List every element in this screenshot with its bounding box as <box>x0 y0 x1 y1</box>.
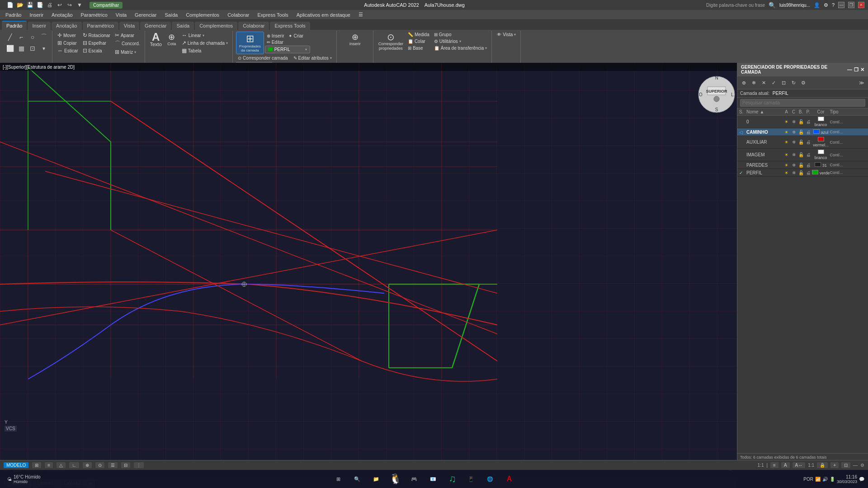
tool-grupo[interactable]: ⊞ Grupo <box>432 32 489 38</box>
status-gear-icon[interactable]: ⚙ <box>860 463 864 468</box>
layer-locked-paredes[interactable]: 🔓 <box>797 163 805 168</box>
layer-plot-auxiliar[interactable]: 🖨 <box>805 140 812 145</box>
layer-color-perfil[interactable]: verde <box>812 170 830 175</box>
restore-panel-btn[interactable]: ❐ <box>854 67 859 73</box>
tool-utilitarios[interactable]: ⚙ Utilitários ▾ <box>432 38 489 44</box>
saveas-btn[interactable]: 📑 <box>35 0 44 9</box>
tool-propriedades-camada[interactable]: ⊞ Propriedadesda camada <box>236 32 264 54</box>
menu-parametrico[interactable]: Paramétrico <box>77 11 111 19</box>
layer-row-caminho[interactable]: ◁ CAMINHO ☀ ❄ 🔓 🖨 azul Contí... <box>737 128 868 136</box>
layer-row-perfil[interactable]: ✓ PERFIL ☀ ❄ 🔓 🖨 verde Contí... <box>737 169 868 177</box>
share-button[interactable]: Compartilhar <box>90 2 123 9</box>
taskbar-search[interactable]: 🔍 <box>349 470 366 488</box>
menu-gerenciar[interactable]: Gerenciar <box>131 11 160 19</box>
help-icon[interactable]: ? <box>832 2 835 8</box>
close-btn[interactable]: ✕ <box>858 2 864 8</box>
menu-saida[interactable]: Saída <box>161 11 181 19</box>
tool-hatch[interactable]: ▦ <box>16 43 27 54</box>
tool-corresponder-prop[interactable]: ⊙ Corresponderpropriedades <box>377 32 405 52</box>
open-btn[interactable]: 📂 <box>15 0 24 9</box>
layer-plot-perfil[interactable]: 🖨 <box>805 170 812 175</box>
qat-more[interactable]: ▼ <box>75 0 84 9</box>
minimize-btn[interactable]: — <box>838 2 844 8</box>
settings-layers-btn[interactable]: ⚙ <box>799 78 808 87</box>
layer-locked-0[interactable]: 🔓 <box>797 119 805 124</box>
layer-frozen-imagem[interactable]: ❄ <box>790 152 797 157</box>
status-lock[interactable]: 🔒 <box>817 462 828 468</box>
layer-on-auxiliar[interactable]: ☀ <box>783 140 790 145</box>
menu-padrao[interactable]: Padrão <box>2 11 25 19</box>
status-3d[interactable]: ⊙ <box>95 462 104 468</box>
tab-saida[interactable]: Saída <box>172 22 194 30</box>
status-modelo[interactable]: MODELO <box>4 462 28 468</box>
tab-vista[interactable]: Vista <box>119 22 139 30</box>
layer-color-0[interactable]: branco <box>812 117 830 127</box>
tool-editar-camada[interactable]: ✏ Editar <box>265 39 285 45</box>
minimize-panel-btn[interactable]: — <box>847 67 852 73</box>
menu-anotacao[interactable]: Anotação <box>48 11 76 19</box>
layer-locked-imagem[interactable]: 🔓 <box>797 152 805 157</box>
print-btn[interactable]: 🖨 <box>45 0 54 9</box>
layer-row-paredes[interactable]: PAREDES ☀ ❄ 🔓 🖨 31 Contí... <box>737 161 868 169</box>
status-anno[interactable]: A <box>781 462 790 468</box>
tab-anotacao[interactable]: Anotação <box>52 22 81 30</box>
delete-layer-btn[interactable]: ✕ <box>759 78 768 87</box>
menu-inserir[interactable]: Inserir <box>26 11 47 19</box>
layer-plot-paredes[interactable]: 🖨 <box>805 163 812 168</box>
menu-vista[interactable]: Vista <box>112 11 130 19</box>
layer-locked-perfil[interactable]: 🔓 <box>797 170 805 175</box>
layer-states-btn[interactable]: ⊡ <box>779 78 788 87</box>
notification-icon[interactable]: 💬 <box>859 477 864 482</box>
layer-frozen-0[interactable]: ❄ <box>790 119 797 124</box>
settings-icon[interactable]: ⚙ <box>824 2 828 8</box>
tool-region[interactable]: ⊡ <box>27 43 38 54</box>
tool-vista[interactable]: 👁 Vista ▾ <box>495 32 518 38</box>
tab-inserir[interactable]: Inserir <box>28 22 51 30</box>
layer-plot-caminho[interactable]: 🖨 <box>805 130 812 135</box>
layer-color-caminho[interactable]: azul <box>812 129 830 135</box>
taskbar-start[interactable]: ⊞ <box>330 470 347 488</box>
tool-cota[interactable]: ⊕ Cota <box>165 32 179 47</box>
taskbar-penguin[interactable]: 🐧 <box>387 470 404 488</box>
layer-plot-0[interactable]: 🖨 <box>805 119 812 124</box>
status-polar[interactable]: ∟ <box>69 462 79 468</box>
tool-colar-prop[interactable]: 📋 Colar <box>406 38 431 44</box>
refresh-btn[interactable]: ↻ <box>789 78 798 87</box>
new-frozen-btn[interactable]: ❄ <box>749 78 758 87</box>
taskbar-game[interactable]: 🎮 <box>406 470 423 488</box>
tool-criar-camada[interactable]: ✦ Criar <box>287 33 305 39</box>
status-customise[interactable]: ≡ <box>770 462 778 468</box>
status-grid[interactable]: ⊞ <box>32 462 41 468</box>
new-layer-btn[interactable]: ⊕ <box>739 78 748 87</box>
taskbar-chrome[interactable]: 🌐 <box>481 470 499 488</box>
tool-circulo[interactable]: ○ <box>27 32 38 42</box>
expand-btn[interactable]: ≫ <box>857 78 866 87</box>
taskbar-autocad[interactable]: A <box>500 470 518 488</box>
tab-padrao[interactable]: Padrão <box>2 21 27 30</box>
layer-color-imagem[interactable]: branco <box>812 150 830 160</box>
layer-locked-auxiliar[interactable]: 🔓 <box>797 140 805 145</box>
tool-inserir-bloco[interactable]: ⊕ Inserir <box>348 32 363 47</box>
taskbar-spotify[interactable]: ♫ <box>443 470 461 488</box>
tool-tabela[interactable]: ▦ Tabela <box>180 47 230 54</box>
menu-colaborar[interactable]: Colaborar <box>224 11 253 19</box>
tool-aparar[interactable]: ✂ Aparar <box>113 32 142 39</box>
tool-mover[interactable]: ✛ Mover <box>56 32 80 39</box>
col-name-header[interactable]: Nome ▲ <box>746 109 783 114</box>
layer-row-0[interactable]: 0 ☀ ❄ 🔓 🖨 branco Contí... <box>737 116 868 128</box>
save-btn[interactable]: 💾 <box>25 0 34 9</box>
layer-on-imagem[interactable]: ☀ <box>783 152 790 157</box>
tool-linha[interactable]: ╱ <box>5 32 15 42</box>
status-anno2[interactable]: A↔ <box>793 462 806 468</box>
taskbar-mail[interactable]: 📧 <box>425 470 442 488</box>
tool-linha-chamada[interactable]: ↗ Linha de chamada ▾ <box>180 39 230 47</box>
tool-escala[interactable]: ⊡ Escala <box>81 47 112 54</box>
layer-color-auxiliar[interactable]: vermel... <box>812 137 830 147</box>
taskbar-android[interactable]: 📱 <box>462 470 480 488</box>
layer-on-perfil[interactable]: ☀ <box>783 170 790 175</box>
redo-btn[interactable]: ↪ <box>65 0 74 9</box>
search-icon[interactable]: 🔍 <box>769 2 776 9</box>
tab-gerenciar[interactable]: Gerenciar <box>140 22 171 30</box>
layer-color-paredes[interactable]: 31 <box>812 162 830 168</box>
layer-locked-caminho[interactable]: 🔓 <box>797 130 805 135</box>
